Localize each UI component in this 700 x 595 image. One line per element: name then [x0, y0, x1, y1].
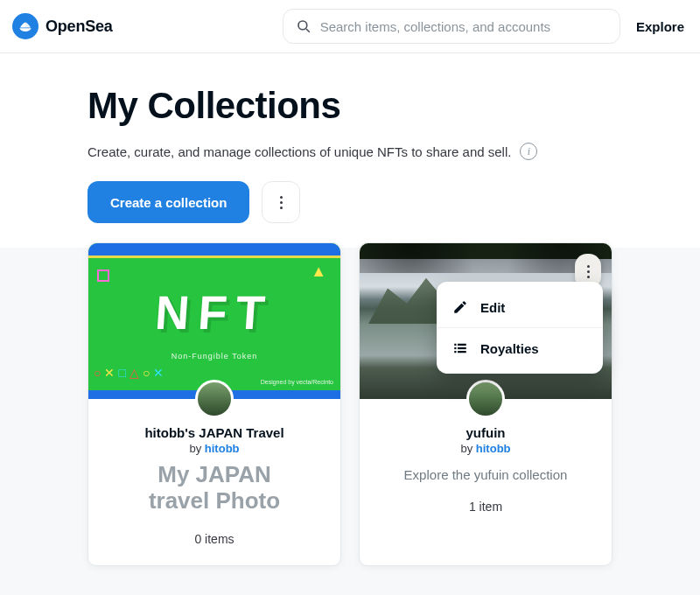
svg-rect-6 — [454, 351, 456, 353]
collection-author: by hitobb — [101, 442, 328, 455]
collection-item-count: 1 item — [372, 500, 599, 519]
search-input[interactable] — [320, 19, 607, 34]
info-icon[interactable]: i — [520, 143, 537, 160]
collection-actions-more-button[interactable] — [262, 181, 300, 223]
svg-rect-4 — [454, 347, 456, 349]
brand-logo[interactable]: OpenSea — [12, 13, 113, 39]
collection-card[interactable]: Edit Royalties yufuin by hitobb Explo — [359, 242, 612, 566]
explore-link[interactable]: Explore — [633, 19, 688, 34]
svg-rect-7 — [458, 351, 466, 353]
page-title: My Collections — [88, 85, 612, 127]
collection-card[interactable]: ▲ NFT Non-Fungible Token ○✕□△ ○✕ Designe… — [88, 242, 341, 566]
collection-banner: ▲ NFT Non-Fungible Token ○✕□△ ○✕ Designe… — [88, 243, 340, 399]
brand-name: OpenSea — [46, 18, 113, 36]
actions-row: Create a collection — [88, 181, 612, 223]
svg-line-1 — [306, 29, 310, 32]
menu-item-edit[interactable]: Edit — [437, 287, 603, 328]
page-subtitle: Create, curate, and manage collections o… — [88, 144, 511, 159]
pencil-icon — [452, 299, 468, 315]
collection-author: by hitobb — [372, 442, 599, 455]
collection-avatar — [195, 380, 234, 418]
collection-body: yufuin by hitobb Explore the yufuin coll… — [360, 399, 612, 533]
author-link[interactable]: hitobb — [476, 442, 511, 455]
kebab-icon — [280, 196, 283, 209]
collection-card-menu: Edit Royalties — [437, 282, 603, 374]
collection-description: Explore the yufuin collection — [372, 467, 599, 482]
kebab-icon — [587, 265, 590, 278]
collection-avatar — [466, 380, 505, 418]
author-link[interactable]: hitobb — [205, 442, 240, 455]
collection-item-count: 0 items — [101, 532, 328, 551]
svg-rect-5 — [458, 347, 466, 349]
collection-body: hitobb's JAPAN Travel by hitobb My JAPAN… — [88, 399, 340, 565]
ship-icon — [12, 13, 38, 39]
collections-grid-area: ▲ NFT Non-Fungible Token ○✕□△ ○✕ Designe… — [0, 248, 700, 595]
collection-title: yufuin — [372, 425, 599, 440]
content-header: My Collections Create, curate, and manag… — [0, 53, 700, 223]
subtitle-row: Create, curate, and manage collections o… — [88, 143, 612, 160]
banner-credit: Designed by vecta/Recinto — [261, 379, 333, 385]
app-header: OpenSea Explore — [0, 0, 700, 53]
create-collection-button[interactable]: Create a collection — [88, 181, 249, 223]
banner-subtext: Non-Fungible Token — [88, 352, 340, 360]
collections-grid: ▲ NFT Non-Fungible Token ○✕□△ ○✕ Designe… — [88, 242, 612, 566]
collection-description: My JAPAN travel Photo — [101, 462, 328, 514]
svg-point-0 — [298, 21, 307, 30]
banner-headline: NFT — [88, 285, 340, 340]
list-icon — [452, 340, 468, 356]
search-icon — [296, 18, 312, 34]
collection-title: hitobb's JAPAN Travel — [101, 425, 328, 440]
menu-item-royalties[interactable]: Royalties — [437, 328, 603, 368]
svg-rect-2 — [454, 344, 456, 346]
svg-rect-3 — [458, 344, 466, 346]
search-bar[interactable] — [283, 9, 620, 44]
